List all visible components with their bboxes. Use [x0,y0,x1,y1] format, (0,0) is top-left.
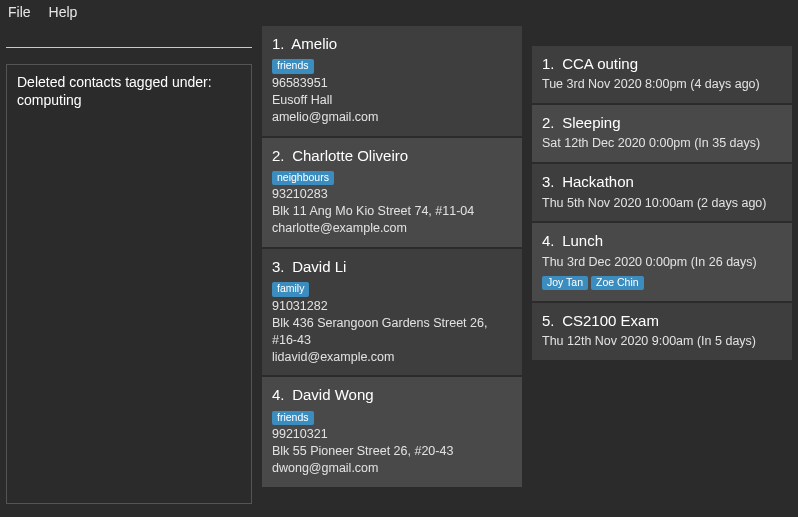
event-card[interactable]: 5. CS2100 ExamThu 12th Nov 2020 9:00am (… [532,303,792,360]
contact-name: Charlotte Oliveiro [292,147,408,164]
contact-tag: neighbours [272,171,334,186]
contact-name: David Wong [292,386,373,403]
event-name: Lunch [562,232,603,249]
menu-file[interactable]: File [8,4,31,20]
menu-bar: File Help [0,0,798,26]
main-panels: Deleted contacts tagged under: computing… [0,26,798,510]
event-card[interactable]: 4. LunchThu 3rd Dec 2020 0:00pm (In 26 d… [532,223,792,301]
contact-card[interactable]: 2. Charlotte Oliveironeighbours93210283B… [262,138,522,248]
event-index: 3. [542,172,558,192]
event-name: Hackathon [562,173,634,190]
event-time: Sat 12th Dec 2020 0:00pm (In 35 days) [542,135,782,152]
contact-address: Eusoff Hall [272,92,512,109]
event-time: Tue 3rd Nov 2020 8:00pm (4 days ago) [542,76,782,93]
contact-name: Amelio [291,35,337,52]
event-people: Joy TanZoe Chin [542,273,782,292]
event-person-tag: Joy Tan [542,276,588,291]
event-time: Thu 12th Nov 2020 9:00am (In 5 days) [542,333,782,350]
contact-tag: friends [272,59,314,74]
contact-email: amelio@gmail.com [272,109,512,126]
event-time: Thu 3rd Dec 2020 0:00pm (In 26 days) [542,254,782,271]
contact-name: David Li [292,258,346,275]
contact-address: Blk 11 Ang Mo Kio Street 74, #11-04 [272,203,512,220]
contact-tag: family [272,282,309,297]
event-card[interactable]: 2. SleepingSat 12th Dec 2020 0:00pm (In … [532,105,792,162]
event-index: 2. [542,113,558,133]
contact-index: 4. [272,385,288,405]
event-title: 5. CS2100 Exam [542,311,782,331]
contact-title: 4. David Wong [272,385,512,405]
event-card[interactable]: 3. HackathonThu 5th Nov 2020 10:00am (2 … [532,164,792,221]
result-display: Deleted contacts tagged under: computing [6,64,252,504]
contact-card[interactable]: 1. Ameliofriends96583951Eusoff Hallameli… [262,26,522,136]
event-name: Sleeping [562,114,620,131]
event-person-tag: Zoe Chin [591,276,644,291]
result-line: Deleted contacts tagged under: [17,73,241,91]
event-card[interactable]: 1. CCA outingTue 3rd Nov 2020 8:00pm (4 … [532,46,792,103]
contacts-panel: 1. Ameliofriends96583951Eusoff Hallameli… [262,26,522,504]
contact-tag: friends [272,411,314,426]
event-name: CS2100 Exam [562,312,659,329]
contact-title: 1. Amelio [272,34,512,54]
event-index: 5. [542,311,558,331]
event-name: CCA outing [562,55,638,72]
contact-title: 2. Charlotte Oliveiro [272,146,512,166]
event-index: 4. [542,231,558,251]
contact-address: Blk 55 Pioneer Street 26, #20-43 [272,443,512,460]
contact-phone: 93210283 [272,186,512,203]
contact-card[interactable]: 3. David Lifamily91031282Blk 436 Serango… [262,249,522,375]
event-title: 3. Hackathon [542,172,782,192]
command-input[interactable] [6,26,252,48]
left-panel: Deleted contacts tagged under: computing [6,26,252,504]
result-line: computing [17,91,241,109]
contact-email: lidavid@example.com [272,349,512,366]
contact-title: 3. David Li [272,257,512,277]
event-title: 1. CCA outing [542,54,782,74]
contact-card[interactable]: 4. David Wongfriends99210321Blk 55 Pione… [262,377,522,487]
contact-email: charlotte@example.com [272,220,512,237]
contact-phone: 91031282 [272,298,512,315]
contact-index: 3. [272,257,288,277]
contact-index: 2. [272,146,288,166]
event-title: 4. Lunch [542,231,782,251]
event-index: 1. [542,54,558,74]
contact-address: Blk 436 Serangoon Gardens Street 26, #16… [272,315,512,349]
event-title: 2. Sleeping [542,113,782,133]
contact-phone: 96583951 [272,75,512,92]
contact-index: 1. [272,34,288,54]
menu-help[interactable]: Help [49,4,78,20]
contact-email: dwong@gmail.com [272,460,512,477]
event-time: Thu 5th Nov 2020 10:00am (2 days ago) [542,195,782,212]
events-panel: 1. CCA outingTue 3rd Nov 2020 8:00pm (4 … [532,46,792,504]
contact-phone: 99210321 [272,426,512,443]
